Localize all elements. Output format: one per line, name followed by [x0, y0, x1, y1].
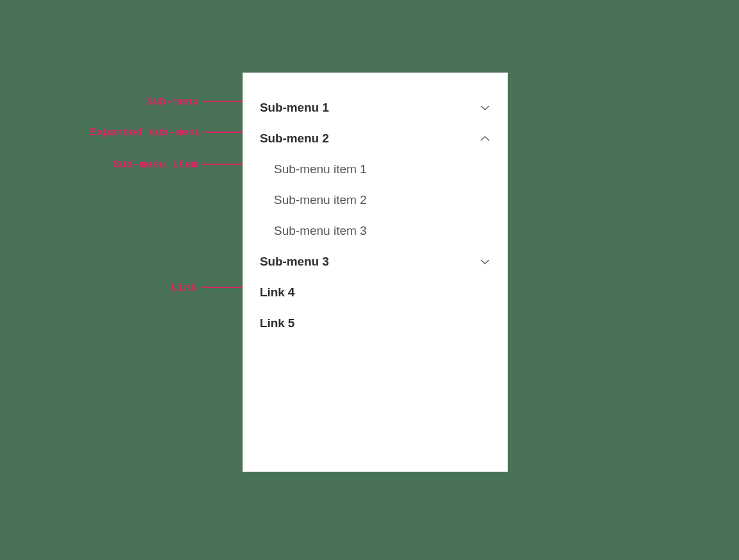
link-label: Link 5: [260, 316, 294, 330]
menu-panel: Sub-menu 1 Sub-menu 2 Sub-menu item 1 Su…: [242, 72, 508, 472]
annotation-label: Link: [171, 282, 201, 294]
submenu-item-label: Sub-menu item 3: [274, 224, 367, 238]
annotation-label: Expanded sub-menu: [90, 126, 205, 139]
submenu-2[interactable]: Sub-menu 2: [260, 123, 491, 154]
link-label: Link 4: [260, 285, 294, 300]
annotation-sub-menu-item: Sub-menu item: [113, 158, 260, 171]
submenu-item-1[interactable]: Sub-menu item 1: [260, 154, 491, 185]
submenu-item-label: Sub-menu item 2: [274, 193, 367, 207]
link-4[interactable]: Link 4: [260, 277, 491, 308]
submenu-1[interactable]: Sub-menu 1: [260, 92, 491, 123]
annotation-label: Sub-menu item: [113, 158, 202, 171]
annotation-leader-line: [201, 287, 246, 288]
submenu-label: Sub-menu 3: [260, 255, 329, 269]
annotation-link: Link: [171, 281, 246, 294]
annotation-expanded-sub-menu: Expanded sub-menu: [90, 126, 250, 139]
annotation-sub-menu: Sub-menu: [146, 95, 248, 108]
submenu-item-2[interactable]: Sub-menu item 2: [260, 185, 491, 216]
annotation-label: Sub-menu: [146, 96, 203, 108]
chevron-down-icon: [479, 102, 491, 114]
link-5[interactable]: Link 5: [260, 308, 491, 339]
submenu-item-3[interactable]: Sub-menu item 3: [260, 216, 491, 246]
chevron-down-icon: [479, 256, 491, 267]
submenu-item-label: Sub-menu item 1: [274, 162, 367, 176]
annotation-leader-line: [203, 101, 248, 102]
chevron-up-icon: [479, 133, 491, 144]
submenu-label: Sub-menu 2: [260, 132, 329, 146]
submenu-label: Sub-menu 1: [260, 101, 329, 115]
submenu-3[interactable]: Sub-menu 3: [260, 246, 491, 277]
